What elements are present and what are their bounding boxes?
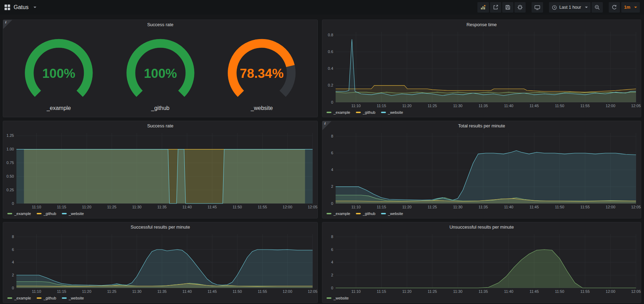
legend-item-_website[interactable]: _website — [381, 110, 403, 114]
panel-title[interactable]: Unsuccessful results per minute — [322, 222, 641, 231]
chart-canvas[interactable]: 00.250.500.751.001.2511:1011:1511:2011:2… — [3, 130, 317, 210]
svg-text:0.6: 0.6 — [328, 50, 333, 54]
svg-text:11:50: 11:50 — [555, 205, 564, 209]
svg-text:11:20: 11:20 — [82, 205, 92, 209]
chart-canvas[interactable]: 0246811:1011:1511:2011:2511:3011:3511:40… — [322, 231, 641, 295]
legend-item-_website[interactable]: _website — [62, 212, 84, 216]
svg-text:11:35: 11:35 — [478, 289, 488, 294]
share-icon — [493, 5, 498, 10]
gauge-value: 78.34% — [240, 66, 284, 81]
svg-text:12:00: 12:00 — [283, 289, 292, 294]
gauge-example: 100% _example — [8, 30, 110, 114]
panel-title[interactable]: Total results per minute — [322, 121, 641, 130]
svg-text:11:25: 11:25 — [428, 205, 437, 209]
navbar-right: Last 1 hour 1m — [477, 2, 640, 13]
legend-item-_example[interactable]: _example — [327, 110, 350, 114]
refresh-interval-button[interactable]: 1m — [621, 2, 640, 13]
svg-text:0.4: 0.4 — [328, 66, 333, 71]
panel-title[interactable]: Successful results per minute — [3, 222, 317, 231]
share-button[interactable] — [490, 2, 501, 13]
gauge-value: 100% — [144, 66, 177, 81]
zoom-out-icon — [594, 5, 600, 10]
svg-text:0: 0 — [331, 201, 333, 206]
svg-text:11:50: 11:50 — [233, 205, 242, 209]
chart-svg[interactable]: 0246811:1011:1511:2011:2511:3011:3511:40… — [322, 130, 641, 210]
tv-icon — [534, 5, 540, 10]
svg-text:11:45: 11:45 — [529, 104, 539, 108]
svg-text:0.8: 0.8 — [328, 33, 333, 37]
svg-text:1.00: 1.00 — [7, 147, 14, 151]
svg-text:11:45: 11:45 — [529, 205, 539, 209]
time-range-button[interactable]: Last 1 hour — [549, 2, 591, 13]
legend-series-marker — [356, 112, 361, 113]
legend-item-_github[interactable]: _github — [356, 110, 375, 114]
legend-series-marker — [381, 112, 386, 113]
legend-item-_example[interactable]: _example — [7, 296, 31, 300]
save-button[interactable] — [502, 2, 513, 13]
svg-text:11:15: 11:15 — [377, 104, 386, 108]
legend-item-_website[interactable]: _website — [381, 212, 403, 216]
svg-text:11:55: 11:55 — [580, 205, 590, 209]
legend-series-label: _example — [14, 212, 31, 216]
svg-text:11:45: 11:45 — [207, 205, 217, 209]
chart-svg[interactable]: 0246811:1011:1511:2011:2511:3011:3511:40… — [3, 231, 317, 295]
svg-text:4: 4 — [331, 260, 333, 264]
legend-item-_website[interactable]: _website — [327, 296, 349, 300]
svg-text:11:15: 11:15 — [57, 205, 66, 209]
refresh-interval-caret-icon — [634, 7, 637, 8]
legend-item-_github[interactable]: _github — [356, 212, 375, 216]
svg-text:11:10: 11:10 — [32, 205, 41, 209]
panel-title[interactable]: Response time — [322, 20, 641, 29]
dashboards-grid-icon[interactable] — [4, 4, 10, 10]
cycle-view-button[interactable] — [532, 2, 543, 13]
svg-text:11:10: 11:10 — [351, 104, 361, 108]
svg-text:12:05: 12:05 — [308, 289, 317, 294]
svg-text:11:15: 11:15 — [377, 205, 386, 209]
svg-text:2: 2 — [12, 273, 14, 277]
svg-text:8: 8 — [331, 134, 333, 138]
gauge-label: _example — [47, 105, 71, 114]
svg-text:11:40: 11:40 — [182, 205, 192, 209]
svg-text:11:40: 11:40 — [504, 104, 513, 108]
chart-legend: _example_github_website — [322, 210, 641, 218]
svg-text:11:10: 11:10 — [32, 289, 41, 294]
legend-series-marker — [62, 213, 67, 214]
svg-text:12:05: 12:05 — [631, 205, 641, 209]
svg-text:11:50: 11:50 — [555, 104, 564, 108]
time-range-caret-icon — [585, 7, 588, 8]
info-glyph: i — [5, 20, 6, 24]
refresh-button[interactable] — [609, 2, 620, 13]
legend-item-_website[interactable]: _website — [62, 296, 84, 300]
chart-canvas[interactable]: 0246811:1011:1511:2011:2511:3011:3511:40… — [3, 231, 317, 295]
svg-text:6: 6 — [12, 247, 14, 252]
svg-text:11:20: 11:20 — [402, 104, 412, 108]
chart-svg[interactable]: 0246811:1011:1511:2011:2511:3011:3511:40… — [322, 231, 641, 295]
legend-item-_example[interactable]: _example — [7, 212, 31, 216]
svg-text:2: 2 — [331, 273, 333, 277]
dashboard-title[interactable]: Gatus — [14, 4, 29, 10]
legend-item-_example[interactable]: _example — [327, 212, 350, 216]
svg-text:11:20: 11:20 — [402, 205, 412, 209]
settings-button[interactable] — [514, 2, 526, 13]
legend-series-marker — [381, 213, 386, 214]
legend-item-_github[interactable]: _github — [37, 212, 56, 216]
chart-svg[interactable]: 00.20.40.60.811:1011:1511:2011:2511:3011… — [322, 29, 641, 109]
chart-canvas[interactable]: 0246811:1011:1511:2011:2511:3011:3511:40… — [322, 130, 641, 210]
panel-title[interactable]: Success rate — [3, 20, 317, 29]
add-panel-button[interactable] — [477, 2, 489, 13]
gauge-arc-svg: 100% — [8, 30, 110, 105]
panel-title[interactable]: Success rate — [3, 121, 317, 130]
legend-series-label: _example — [334, 212, 350, 216]
svg-text:11:30: 11:30 — [453, 205, 462, 209]
chart-svg[interactable]: 00.250.500.751.001.2511:1011:1511:2011:2… — [3, 130, 317, 210]
panel-response-time: Response time 00.20.40.60.811:1011:1511:… — [322, 20, 641, 117]
dashboard-caret-icon[interactable] — [34, 7, 36, 8]
gauge-canvas: 100% — [110, 30, 211, 105]
svg-text:11:55: 11:55 — [580, 289, 590, 294]
legend-item-_github[interactable]: _github — [37, 296, 56, 300]
legend-series-marker — [327, 112, 331, 113]
svg-text:12:00: 12:00 — [606, 289, 615, 294]
zoom-out-button[interactable] — [592, 2, 603, 13]
chart-canvas[interactable]: 00.20.40.60.811:1011:1511:2011:2511:3011… — [322, 29, 641, 109]
svg-text:0: 0 — [331, 100, 333, 104]
